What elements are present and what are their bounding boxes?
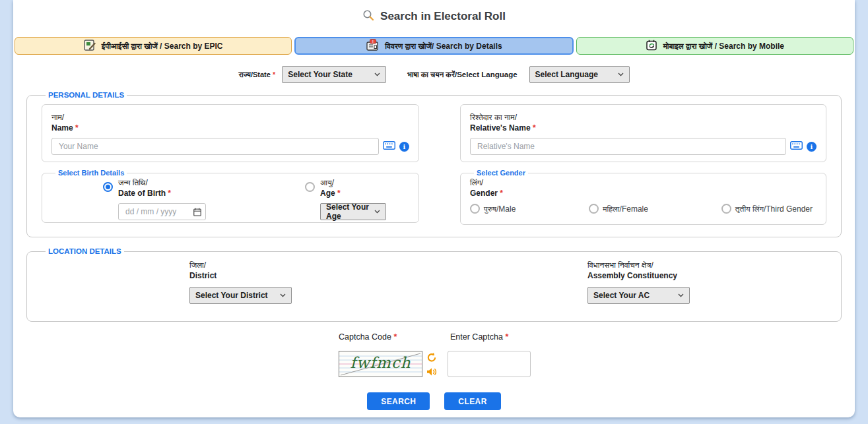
svg-text:!: ! bbox=[372, 40, 374, 44]
keyboard-icon[interactable] bbox=[383, 140, 395, 152]
personal-details-section: PERSONAL DETAILS नाम/ Name * i रिश्तेदार… bbox=[26, 91, 842, 237]
name-label-hi: नाम/ bbox=[51, 113, 409, 122]
language-select[interactable]: Select Language bbox=[529, 66, 630, 83]
tab-search-by-details[interactable]: ! विवरण द्वारा खोजें/ Search by Details bbox=[294, 37, 573, 55]
age-select[interactable]: Select Your Age bbox=[320, 203, 386, 220]
third-gender-radio[interactable] bbox=[721, 204, 731, 214]
state-select[interactable]: Select Your State bbox=[282, 66, 386, 83]
gender-option-third-gender[interactable]: तृतीय लिंग/Third Gender bbox=[721, 204, 813, 214]
gender-legend: Select Gender bbox=[474, 169, 528, 177]
chevron-down-icon bbox=[374, 73, 380, 76]
chevron-down-icon bbox=[280, 293, 286, 297]
calendar-icon[interactable] bbox=[193, 207, 201, 219]
page-header: Search in Electoral Roll bbox=[13, 0, 855, 24]
relative-name-field-card: रिश्तेदार का नाम/ Relative's Name * i bbox=[460, 104, 826, 162]
search-mode-tabs: ईपीआईसी द्वारा खोजें / Search by EPIC ! … bbox=[13, 37, 855, 55]
ac-label-en: Assembly Constituency bbox=[587, 271, 693, 280]
keyboard-icon[interactable] bbox=[790, 140, 803, 152]
age-select-value: Select Your Age bbox=[326, 202, 374, 221]
district-label-hi: जिला/ bbox=[189, 260, 295, 270]
gender-option-female[interactable]: महिला/Female bbox=[589, 204, 648, 214]
gender-label-hi: लिंग/ bbox=[470, 178, 817, 187]
chevron-down-icon bbox=[678, 293, 684, 297]
dob-label-en: Date of Birth * bbox=[118, 189, 171, 198]
location-details-legend: LOCATION DETAILS bbox=[46, 247, 124, 255]
relative-label-hi: रिश्तेदार का नाम/ bbox=[470, 113, 817, 122]
assembly-constituency-field: विधानसभा निर्वाचन क्षेत्र/ Assembly Cons… bbox=[587, 260, 693, 304]
speaker-icon[interactable] bbox=[426, 367, 437, 379]
page-title: Search in Electoral Roll bbox=[380, 10, 506, 23]
captcha-row: fwfmch bbox=[339, 351, 855, 379]
age-label-en: Age * bbox=[320, 189, 341, 198]
state-select-value: Select Your State bbox=[288, 70, 352, 79]
language-select-value: Select Language bbox=[535, 70, 598, 79]
refresh-icon[interactable] bbox=[426, 352, 437, 365]
clear-button[interactable]: CLEAR bbox=[444, 392, 500, 410]
tab-label: ईपीआईसी द्वारा खोजें / Search by EPIC bbox=[102, 42, 223, 51]
age-radio[interactable] bbox=[305, 182, 315, 192]
main-card: Search in Electoral Roll ईपीआईसी द्वारा … bbox=[13, 0, 855, 417]
details-card-icon: ! bbox=[366, 39, 380, 53]
name-label-en: Name * bbox=[51, 123, 409, 133]
age-label-hi: आयु/ bbox=[320, 178, 341, 187]
gender-label-en: Gender * bbox=[470, 189, 817, 198]
mobile-icon bbox=[646, 40, 659, 53]
dob-label-hi: जन्म तिथि/ bbox=[118, 178, 171, 187]
assembly-constituency-select[interactable]: Select Your AC bbox=[587, 287, 690, 304]
district-select[interactable]: Select Your District bbox=[189, 287, 292, 304]
personal-details-legend: PERSONAL DETAILS bbox=[46, 91, 127, 99]
info-icon[interactable]: i bbox=[399, 142, 409, 152]
enter-captcha-label: Enter Captcha * bbox=[450, 332, 508, 342]
ac-label-hi: विधानसभा निर्वाचन क्षेत्र/ bbox=[587, 260, 693, 270]
captcha-image: fwfmch bbox=[339, 351, 422, 377]
tab-search-by-epic[interactable]: ईपीआईसी द्वारा खोजें / Search by EPIC bbox=[15, 37, 292, 55]
district-select-value: Select Your District bbox=[195, 291, 268, 300]
epic-card-icon bbox=[84, 40, 97, 53]
search-button[interactable]: SEARCH bbox=[367, 392, 430, 410]
captcha-code-label: Captcha Code * bbox=[339, 332, 450, 342]
info-icon[interactable]: i bbox=[807, 142, 817, 152]
state-label: राज्य/State * bbox=[238, 71, 275, 79]
state-language-row: राज्य/State * Select Your State भाषा का … bbox=[13, 66, 855, 83]
enter-captcha-input[interactable] bbox=[448, 351, 531, 377]
search-icon bbox=[362, 9, 374, 24]
action-buttons: SEARCH CLEAR bbox=[13, 392, 855, 410]
gender-option-male[interactable]: पुरुष/Male bbox=[470, 204, 516, 214]
female-radio[interactable] bbox=[589, 204, 599, 214]
tab-label: विवरण द्वारा खोजें/ Search by Details bbox=[385, 42, 502, 51]
birth-details-legend: Select Birth Details bbox=[55, 169, 127, 177]
tab-search-by-mobile[interactable]: मोबाइल द्वारा खोजें / Search by Mobile bbox=[576, 37, 853, 55]
ac-select-value: Select Your AC bbox=[593, 291, 650, 300]
district-label-en: District bbox=[189, 271, 295, 280]
location-details-section: LOCATION DETAILS जिला/ District Select Y… bbox=[26, 247, 842, 322]
tab-label: मोबाइल द्वारा खोजें / Search by Mobile bbox=[663, 42, 784, 51]
relative-name-input[interactable] bbox=[470, 138, 786, 155]
chevron-down-icon bbox=[618, 73, 624, 76]
name-field-card: नाम/ Name * i bbox=[42, 104, 419, 162]
gender-section: Select Gender लिंग/ Gender * पुरुष/Male … bbox=[460, 169, 826, 225]
relative-label-en: Relative's Name * bbox=[470, 123, 817, 133]
captcha-text: fwfmch bbox=[339, 354, 422, 371]
dob-radio[interactable] bbox=[103, 182, 113, 192]
name-input[interactable] bbox=[51, 138, 379, 155]
male-radio[interactable] bbox=[470, 204, 480, 214]
district-field: जिला/ District Select Your District bbox=[189, 260, 295, 304]
captcha-labels-row: Captcha Code * Enter Captcha * bbox=[339, 332, 855, 342]
chevron-down-icon bbox=[374, 210, 380, 214]
language-label: भाषा का चयन करें/Select Language bbox=[407, 71, 517, 79]
birth-details-section: Select Birth Details जन्म तिथि/ Date of … bbox=[42, 169, 419, 223]
